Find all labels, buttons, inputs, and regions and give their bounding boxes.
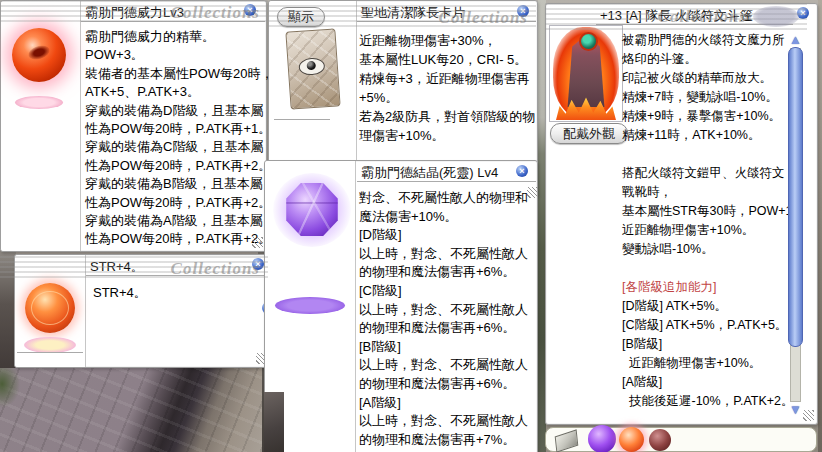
orb-shadow [15,96,63,109]
item-illustration-panel [549,25,623,122]
window-title: 聖地清潔隊長卡片 [357,1,536,22]
item-window-str-orb: STR+4。 STR+4。 × [14,254,271,368]
item-description: STR+4。 [93,284,266,302]
try-on-button[interactable]: 配戴外觀 [550,123,628,144]
window-title: +13 [A] 隊長 火燄符文斗篷 [596,4,793,25]
flame-rune-cloak-icon [556,30,616,116]
close-icon[interactable]: × [516,165,528,177]
game-screen: 霸肋門德威力Lv3 霸肋門德威力的精華。POW+3。裝備者的基本屬性POW每20… [0,0,822,452]
background-right-edge [818,0,822,452]
item-window-crystal: 霸肋門德結晶(死靈) Lv4 對念、不死屬性敵人的物理和魔法傷害+10%。[D階… [264,160,538,452]
resize-grip[interactable] [252,237,263,248]
scroll-thumb[interactable] [788,47,803,347]
orange-orb-icon [25,283,75,333]
card-item-icon[interactable] [555,429,579,452]
close-icon[interactable]: × [517,5,529,17]
purple-orb-item-icon[interactable] [588,425,616,452]
window-title: 霸肋門德威力Lv3 [81,1,265,22]
orb-shadow [24,337,76,353]
resize-grip[interactable] [527,187,538,198]
divider [17,352,83,353]
item-description: 被霸肋門德的火燄符文魔力所烙印的斗篷。印記被火燄的精華而放大。精煉+7時，變動詠… [622,31,788,411]
item-window-essence: 霸肋門德威力Lv3 霸肋門德威力的精華。POW+3。裝備者的基本屬性POW每20… [0,0,267,252]
green-medallion [579,32,598,51]
close-icon[interactable]: × [797,7,809,19]
window-title: 霸肋門德結晶(死靈) Lv4 [357,161,536,182]
orb-shadow [275,297,345,314]
dark-red-orb-item-icon[interactable] [649,429,671,451]
orange-orb-item-icon[interactable] [619,427,644,452]
eye-glyph [298,57,325,76]
red-essence-orb-icon [12,28,66,82]
item-window-cloak: +13 [A] 隊長 火燄符文斗篷 配戴外觀 被霸肋門德的火燄符文魔力所烙印的斗… [545,3,818,425]
divider [274,119,330,120]
background-patch [264,392,284,452]
show-button[interactable]: 顯示 [277,7,325,27]
item-description: 對念、不死屬性敵人的物理和魔法傷害+10%。[D階級]以上時，對念、不死屬性敵人… [359,189,533,449]
background-roof [0,368,262,452]
item-bar [545,427,817,452]
close-icon[interactable]: × [252,258,264,270]
resize-grip[interactable] [803,410,814,421]
scroll-down-icon[interactable]: ▼ [788,403,803,417]
item-illustration-panel [1,1,81,251]
item-description: 近距離物理傷害+30%，基本屬性LUK每20，CRI- 5。精煉每+3，近距離物… [359,31,533,145]
scroll-up-icon[interactable]: ▲ [788,33,803,47]
eye-card-icon [285,28,340,109]
item-description: 霸肋門德威力的精華。POW+3。裝備者的基本屬性POW每20時，ATK+5、P.… [85,28,262,249]
close-icon[interactable]: × [244,4,256,16]
window-title: STR+4。 [86,255,269,276]
scrollbar[interactable]: ▲ ▼ [788,33,803,417]
item-illustration-panel [15,255,86,367]
